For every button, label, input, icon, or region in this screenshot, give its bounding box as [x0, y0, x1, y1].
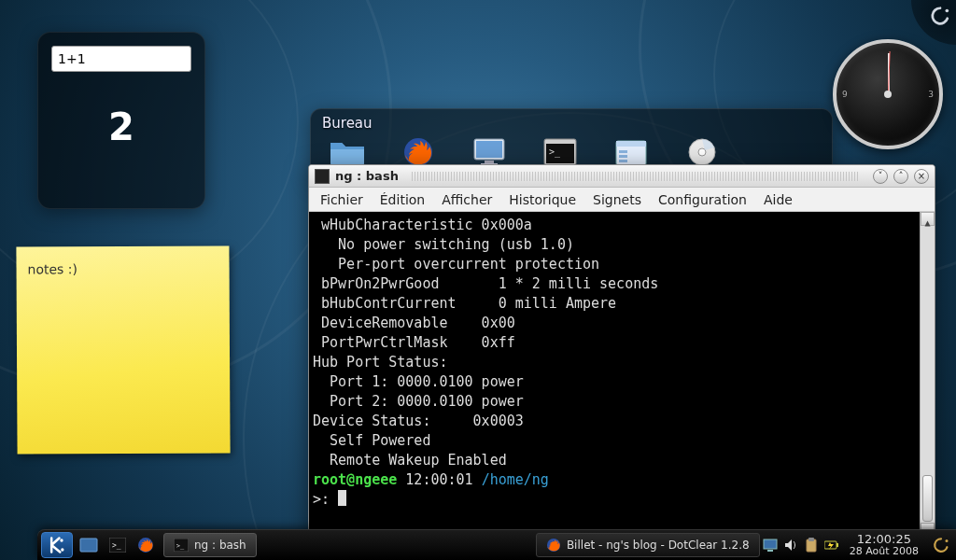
tray-volume-icon[interactable] — [782, 537, 799, 553]
cashew-icon — [933, 537, 949, 553]
titlebar-grip[interactable] — [412, 172, 860, 181]
scroll-up-button[interactable]: ▲ — [921, 212, 935, 226]
show-desktop-icon — [79, 538, 98, 553]
terminal-line: PortPwrCtrlMask 0xff — [313, 334, 515, 351]
svg-rect-26 — [767, 550, 773, 552]
firefox-icon — [546, 538, 561, 553]
terminal-line: DeviceRemovable 0x00 — [313, 315, 515, 331]
prompt-user: root@ngeee — [313, 471, 397, 488]
terminal-line: Per-port overcurrent protection — [313, 256, 599, 273]
menu-fichier[interactable]: Fichier — [320, 192, 363, 207]
scrollbar-thumb[interactable] — [922, 475, 933, 522]
quicklaunch-firefox[interactable] — [133, 533, 159, 557]
terminal-line: bPwrOn2PwrGood 1 * 2 milli seconds — [313, 275, 658, 292]
svg-text:>_: >_ — [112, 541, 121, 550]
konsole-icon: >_ — [109, 538, 126, 553]
window-titlebar[interactable]: ng : bash ˅ ˄ × — [309, 165, 935, 188]
clock-tick-3: 3 — [928, 90, 934, 99]
calculator-result: 2 — [51, 105, 191, 148]
desktop-folder-title: Bureau — [311, 109, 832, 135]
terminal-line: Remote Wakeup Enabled — [313, 452, 507, 469]
terminal-line: Self Powered — [313, 432, 430, 449]
prompt-path: /home/ng — [482, 471, 549, 488]
terminal-line: Hub Port Status: — [313, 354, 448, 371]
svg-rect-10 — [616, 141, 646, 147]
terminal-line: bHubContrCurrent 0 milli Ampere — [313, 295, 616, 312]
terminal-line: wHubCharacteristic 0x000a — [313, 217, 532, 233]
calculator-widget[interactable]: 2 — [37, 32, 205, 209]
prompt-ps2: >: — [313, 491, 338, 508]
konsole-icon: >_ — [174, 539, 189, 552]
clock-tick-9: 9 — [842, 90, 848, 99]
cashew-icon — [930, 6, 950, 26]
svg-point-31 — [946, 539, 949, 542]
svg-rect-18 — [80, 539, 97, 552]
svg-rect-11 — [619, 150, 627, 153]
taskbar-entry-label: ng : bash — [194, 539, 246, 552]
menu-configuration[interactable]: Configuration — [658, 192, 747, 207]
tray-display-icon[interactable] — [762, 537, 779, 553]
prompt-time: 12:00:01 — [405, 471, 472, 488]
close-button[interactable]: × — [914, 169, 929, 184]
svg-rect-3 — [476, 141, 502, 158]
terminal-line: No power switching (usb 1.0) — [313, 236, 574, 253]
svg-rect-25 — [764, 539, 777, 549]
terminal-line: Device Status: 0x0003 — [313, 413, 524, 429]
menu-afficher[interactable]: Afficher — [442, 192, 492, 207]
terminal-scrollbar[interactable]: ▲ ▼ — [920, 212, 935, 537]
taskbar-panel[interactable]: >_ >_ ng : bash Billet - ng's blog - Dot… — [37, 529, 956, 560]
svg-point-17 — [61, 548, 63, 551]
svg-text:>_: >_ — [549, 147, 561, 158]
menubar[interactable]: Fichier Édition Afficher Historique Sign… — [309, 188, 935, 212]
menu-edition[interactable]: Édition — [380, 192, 425, 207]
sticky-note-text[interactable]: notes :) — [28, 261, 78, 276]
sticky-note-widget[interactable]: notes :) — [16, 245, 230, 454]
tray-battery-icon[interactable] — [823, 537, 840, 553]
svg-point-0 — [946, 9, 949, 13]
svg-point-16 — [60, 539, 63, 541]
svg-point-15 — [698, 148, 706, 156]
maximize-button[interactable]: ˄ — [893, 169, 908, 184]
svg-rect-28 — [808, 538, 814, 541]
svg-text:>_: >_ — [176, 542, 185, 550]
menu-aide[interactable]: Aide — [764, 192, 793, 207]
konsole-titlebar-icon — [315, 169, 330, 184]
taskbar-entry-label: Billet - ng's blog - DotClear 1.2.8 — [567, 539, 750, 552]
terminal-line: Port 2: 0000.0100 power — [313, 393, 524, 410]
taskbar-clock-date: 28 Août 2008 — [850, 545, 919, 557]
menu-historique[interactable]: Historique — [509, 192, 576, 207]
show-desktop-button[interactable] — [75, 533, 103, 557]
quicklaunch-konsole[interactable]: >_ — [105, 533, 131, 557]
terminal-line: Port 1: 0000.0100 power — [313, 373, 524, 390]
svg-rect-30 — [836, 543, 838, 547]
firefox-icon — [137, 537, 154, 553]
calculator-input[interactable] — [51, 46, 191, 72]
tray-clipboard-icon[interactable] — [803, 537, 820, 553]
kickoff-menu-button[interactable] — [41, 532, 73, 558]
kde-logo-icon — [48, 536, 66, 554]
terminal-cursor — [338, 490, 346, 506]
minimize-button[interactable]: ˅ — [873, 169, 888, 184]
window-title: ng : bash — [335, 169, 399, 183]
taskbar-entry-konsole[interactable]: >_ ng : bash — [163, 533, 257, 557]
svg-rect-4 — [485, 161, 494, 163]
analog-clock-widget[interactable]: 3 9 — [833, 39, 943, 149]
svg-rect-13 — [619, 160, 627, 162]
konsole-window[interactable]: ng : bash ˅ ˄ × Fichier Édition Afficher… — [308, 164, 935, 538]
svg-rect-12 — [619, 155, 627, 158]
menu-signets[interactable]: Signets — [593, 192, 641, 207]
terminal-viewport[interactable]: wHubCharacteristic 0x000a No power switc… — [309, 212, 935, 537]
taskbar-clock[interactable]: 12:00:25 28 Août 2008 — [842, 533, 926, 557]
panel-cashew-button[interactable] — [927, 533, 955, 557]
taskbar-clock-time: 12:00:25 — [850, 533, 919, 545]
taskbar-entry-firefox[interactable]: Billet - ng's blog - DotClear 1.2.8 — [536, 533, 760, 557]
